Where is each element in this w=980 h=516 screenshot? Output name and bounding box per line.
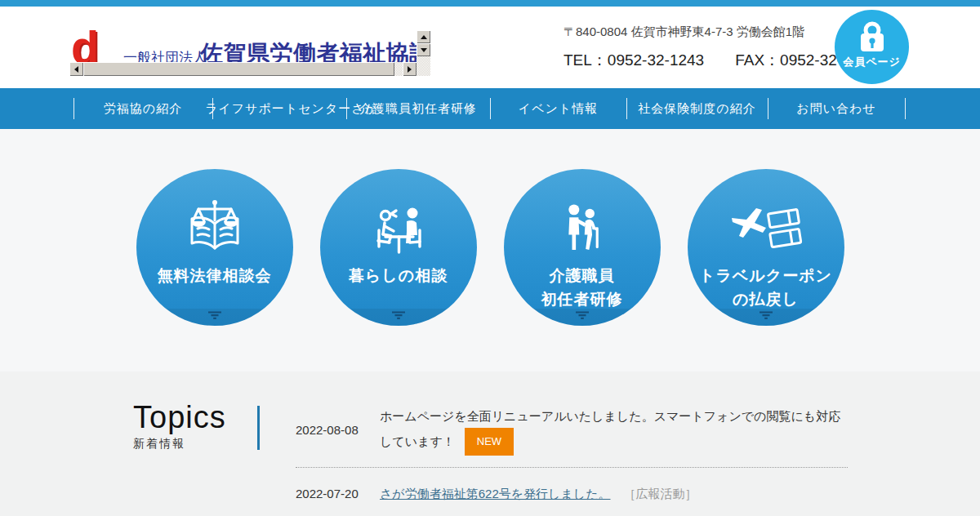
service-label: 無料法律相談会 [158,264,272,287]
news-date: 2022-08-08 [296,423,380,437]
news-list: 2022-08-08 ホームページを全面リニューアルいたしました。スマートフォン… [296,401,848,516]
top-accent-bar [0,0,980,7]
header-contact: 〒840-0804 佐賀市神野東4-7-3 労働会館1階 TEL：0952-32… [564,24,876,71]
topics-section: Topics 新着情報 2022-08-08 ホームページを全面リニューアルいた… [0,371,980,516]
news-category: ［広報活動］ [624,487,697,500]
logo-horizontal-scrollbar[interactable] [69,62,416,76]
news-content: ホームページを全面リニューアルいたしました。スマートフォンでの閲覧にも対応してい… [380,404,848,456]
topics-divider [257,406,260,450]
service-circle-life-consultation[interactable]: 暮らしの相談 [320,169,477,326]
tel-text: TEL：0952-32-1243 [564,51,704,69]
service-label: トラベルクーポンの払戻し [699,264,832,311]
service-circle-travel-coupon[interactable]: トラベルクーポンの払戻し [688,169,844,326]
chevron-down-icon [390,311,407,320]
right-arrow-icon [408,66,412,73]
member-button-label: 会員ページ [843,55,901,69]
caregiver-elderly-icon [552,198,612,260]
nav-item-life-support-center[interactable]: ライフサポートセンターさが [212,88,346,129]
services-section: 無料法律相談会 [0,129,980,371]
service-label: 暮らしの相談 [349,264,448,287]
left-arrow-icon [74,66,78,73]
new-badge: NEW [465,428,514,456]
nav-item-about[interactable]: 労福協の紹介 [74,88,212,129]
site-logo[interactable]: d 一般社団法人 佐賀県労働者福祉協議会 [69,30,430,76]
news-entry: 2022-07-20 さが労働者福祉第622号を発行しました。［広報活動］ [296,468,848,516]
site-header: d 一般社団法人 佐賀県労働者福祉協議会 〒840-0804 佐賀市神野東4-7… [0,7,980,88]
phone-numbers: TEL：0952-32-1243FAX：0952-32-1224 [564,50,876,71]
logo-vertical-scrollbar[interactable] [416,30,430,76]
news-entry: 2022-08-08 ホームページを全面リニューアルいたしました。スマートフォン… [296,401,848,468]
horizontal-scroll-thumb[interactable] [83,62,394,76]
legal-scales-book-icon [181,196,248,261]
member-page-button[interactable]: 会員ページ [835,10,909,84]
nav-item-events[interactable]: イベント情報 [490,88,626,129]
news-date: 2022-07-20 [296,487,380,500]
news-link[interactable]: さが労働者福祉第622号を発行しました。 [380,487,611,500]
service-label: 介護職員初任者研修 [541,264,623,311]
down-arrow-icon [421,48,427,52]
topics-title: Topics [133,401,257,434]
chevron-down-icon [207,311,223,320]
chevron-down-icon [758,311,774,320]
service-circle-legal-consultation[interactable]: 無料法律相談会 [136,169,293,326]
airplane-tickets-icon [727,197,805,260]
scroll-left-button[interactable] [69,62,83,76]
page: d 一般社団法人 佐賀県労働者福祉協議会 〒840-0804 佐賀市神野東4-7… [0,0,980,516]
address-text: 〒840-0804 佐賀市神野東4-7-3 労働会館1階 [564,24,876,40]
topics-subtitle: 新着情報 [133,437,257,452]
scroll-up-button[interactable] [416,30,430,43]
scroll-down-button[interactable] [416,43,430,56]
nav-item-caregiver-training[interactable]: 介護職員初任者研修 [346,88,490,129]
nav-item-contact[interactable]: お問い合わせ [768,88,905,129]
up-arrow-icon [421,35,427,39]
news-text: ホームページを全面リニューアルいたしました。スマートフォンでの閲覧にも対応してい… [380,409,840,448]
nav-item-social-insurance[interactable]: 社会保険制度の紹介 [626,88,768,129]
chevron-down-icon [574,311,590,320]
scroll-right-button[interactable] [403,62,416,76]
consultation-people-icon [364,196,433,261]
main-navigation: 労福協の紹介 ライフサポートセンターさが 介護職員初任者研修 イベント情報 社会… [0,88,980,129]
news-content: さが労働者福祉第622号を発行しました。［広報活動］ [380,482,848,505]
service-circle-caregiver-training[interactable]: 介護職員初任者研修 [504,169,661,326]
lock-icon [858,21,886,54]
